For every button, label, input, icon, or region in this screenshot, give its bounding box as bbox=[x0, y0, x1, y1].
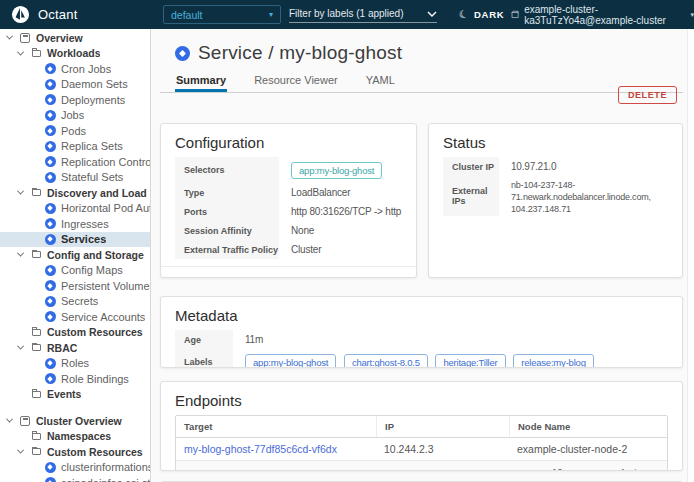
sidebar-item-csinodeinfos[interactable]: csinodeinfos.csi.storage.k8s.io bbox=[0, 475, 150, 482]
resource-icon bbox=[44, 373, 56, 385]
config-value-external-traffic-policy: Cluster bbox=[279, 244, 402, 255]
chevron-down-icon[interactable] bbox=[16, 343, 25, 352]
sidebar-item-events[interactable]: Events bbox=[0, 387, 150, 403]
endpoints-table-header: Target IP Node Name bbox=[176, 416, 667, 438]
chevron-down-icon[interactable] bbox=[16, 250, 25, 259]
cluster-context-menu[interactable]: example-cluster-ka3TuTzYo4a@example-clus… bbox=[511, 0, 694, 29]
pagination-range: 1 - 1 of 1 items bbox=[594, 467, 657, 471]
resource-icon bbox=[44, 125, 56, 137]
column-header-node-name: Node Name bbox=[509, 416, 667, 437]
config-label-type: Type bbox=[175, 183, 279, 202]
table-row: my-blog-ghost-77df85c6cd-vf6dx 10.244.2.… bbox=[176, 438, 667, 461]
config-value-type: LoadBalancer bbox=[279, 187, 402, 198]
sidebar-item-rbac[interactable]: RBAC bbox=[0, 340, 150, 356]
namespace-value: default bbox=[171, 9, 203, 21]
cube-icon bbox=[511, 9, 519, 20]
apps-icon bbox=[19, 415, 31, 427]
theme-label: DARK bbox=[474, 9, 505, 20]
resource-icon bbox=[44, 461, 56, 473]
sidebar-item-horizontal-pod-autoscalers[interactable]: Horizontal Pod Autoscalers bbox=[0, 201, 150, 217]
page-header: Service / my-blog-ghost bbox=[151, 29, 694, 64]
endpoints-table: Target IP Node Name my-blog-ghost-77df85… bbox=[175, 415, 668, 471]
sidebar-item-workloads[interactable]: Workloads bbox=[0, 46, 150, 62]
moon-icon: ☾ bbox=[458, 8, 470, 21]
resource-icon bbox=[44, 233, 56, 245]
app-title: Octant bbox=[38, 7, 78, 22]
page-size-select[interactable]: 10 ▾ bbox=[546, 466, 578, 471]
status-label-external-ips: External IPs bbox=[443, 176, 499, 216]
resource-icon bbox=[44, 109, 56, 121]
metadata-label-labels: Labels bbox=[175, 349, 233, 368]
sidebar-item-cluster-custom-resources[interactable]: Custom Resources bbox=[0, 444, 150, 460]
endpoint-target-link[interactable]: my-blog-ghost-77df85c6cd-vf6dx bbox=[184, 443, 337, 455]
endpoint-ip: 10.244.2.3 bbox=[376, 438, 509, 460]
caret-down-icon: ▾ bbox=[571, 468, 575, 472]
sidebar-item-clusterinformations[interactable]: clusterinformations.crd.projec bbox=[0, 460, 150, 476]
sidebar-item-custom-resources[interactable]: Custom Resources bbox=[0, 325, 150, 341]
label-tag-app[interactable]: app:my-blog-ghost bbox=[245, 354, 336, 369]
folder-icon bbox=[30, 47, 42, 59]
config-value-ports: http 80:31626/TCP -> http bbox=[279, 206, 402, 217]
label-tag-chart[interactable]: chart:ghost-8.0.5 bbox=[344, 354, 428, 369]
sidebar-item-config-and-storage[interactable]: Config and Storage bbox=[0, 247, 150, 263]
status-value-cluster-ip: 10.97.21.0 bbox=[499, 161, 668, 172]
resource-icon bbox=[44, 218, 56, 230]
sidebar-item-ingresses[interactable]: Ingresses bbox=[0, 216, 150, 232]
sidebar-item-replica-sets[interactable]: Replica Sets bbox=[0, 139, 150, 155]
metadata-title: Metadata bbox=[175, 307, 668, 324]
folder-icon bbox=[30, 249, 42, 261]
resource-icon bbox=[44, 357, 56, 369]
folder-icon bbox=[30, 430, 42, 442]
sidebar-item-roles[interactable]: Roles bbox=[0, 356, 150, 372]
label-filter-input[interactable]: Filter by labels (1 applied) bbox=[289, 5, 437, 23]
config-label-external-traffic-policy: External Traffic Policy bbox=[175, 240, 279, 259]
label-tag-heritage[interactable]: heritage:Tiller bbox=[435, 354, 505, 369]
sidebar-item-daemon-sets[interactable]: Daemon Sets bbox=[0, 77, 150, 93]
chevron-down-icon[interactable] bbox=[5, 416, 14, 425]
status-value-external-ips: nb-104-237-148-71.newark.nodebalancer.li… bbox=[499, 176, 668, 215]
delete-button[interactable]: DELETE bbox=[618, 86, 677, 104]
sidebar-item-replication-controllers[interactable]: Replication Controllers bbox=[0, 154, 150, 170]
sidebar-item-stateful-sets[interactable]: Stateful Sets bbox=[0, 170, 150, 186]
sidebar-item-deployments[interactable]: Deployments bbox=[0, 92, 150, 108]
sidebar-item-service-accounts[interactable]: Service Accounts bbox=[0, 309, 150, 325]
sidebar-item-discovery-and-load-balancing[interactable]: Discovery and Load Balancing bbox=[0, 185, 150, 201]
config-label-session-affinity: Session Affinity bbox=[175, 221, 279, 240]
status-label-cluster-ip: Cluster IP bbox=[443, 157, 499, 176]
tab-summary[interactable]: Summary bbox=[175, 72, 227, 92]
sidebar-item-namespaces[interactable]: Namespaces bbox=[0, 429, 150, 445]
sidebar-item-jobs[interactable]: Jobs bbox=[0, 108, 150, 124]
metadata-label-age: Age bbox=[175, 330, 233, 349]
sidebar-item-overview[interactable]: Overview bbox=[0, 30, 150, 46]
selector-tag[interactable]: app:my-blog-ghost bbox=[291, 162, 382, 179]
tab-resource-viewer[interactable]: Resource Viewer bbox=[253, 72, 339, 92]
chevron-down-icon[interactable] bbox=[5, 33, 14, 42]
tab-yaml[interactable]: YAML bbox=[365, 72, 396, 92]
metadata-value-age: 11m bbox=[233, 334, 668, 345]
chevron-down-icon[interactable] bbox=[16, 49, 25, 58]
config-value-session-affinity: None bbox=[279, 225, 402, 236]
sidebar-item-role-bindings[interactable]: Role Bindings bbox=[0, 371, 150, 387]
chevron-down-icon[interactable] bbox=[16, 188, 25, 197]
page-title: Service / my-blog-ghost bbox=[198, 42, 402, 64]
scrollbar[interactable] bbox=[687, 29, 694, 482]
resource-icon bbox=[44, 477, 56, 482]
resource-icon bbox=[44, 311, 56, 323]
namespace-select[interactable]: default ▾ bbox=[163, 5, 281, 24]
sidebar-item-persistent-volume-claims[interactable]: Persistent Volume Claims bbox=[0, 278, 150, 294]
sidebar-item-services[interactable]: Services bbox=[0, 232, 150, 248]
app-header: Octant default ▾ Filter by labels (1 app… bbox=[0, 0, 694, 29]
chevron-down-icon[interactable] bbox=[16, 447, 25, 456]
table-pagination: Items per page 10 ▾ 1 - 1 of 1 items bbox=[176, 461, 667, 471]
column-header-target: Target bbox=[176, 416, 376, 437]
octant-app-window: Octant default ▾ Filter by labels (1 app… bbox=[0, 0, 694, 482]
sidebar-item-secrets[interactable]: Secrets bbox=[0, 294, 150, 310]
sidebar-item-cluster-overview[interactable]: Cluster Overview bbox=[0, 413, 150, 429]
service-icon bbox=[175, 46, 190, 61]
sidebar-item-pods[interactable]: Pods bbox=[0, 123, 150, 139]
sidebar-item-config-maps[interactable]: Config Maps bbox=[0, 263, 150, 279]
label-tag-release[interactable]: release:my-blog bbox=[513, 354, 594, 369]
tab-bar: Summary Resource Viewer YAML bbox=[160, 72, 683, 93]
sidebar-item-cron-jobs[interactable]: Cron Jobs bbox=[0, 61, 150, 77]
theme-toggle[interactable]: ☾ DARK bbox=[459, 0, 505, 29]
